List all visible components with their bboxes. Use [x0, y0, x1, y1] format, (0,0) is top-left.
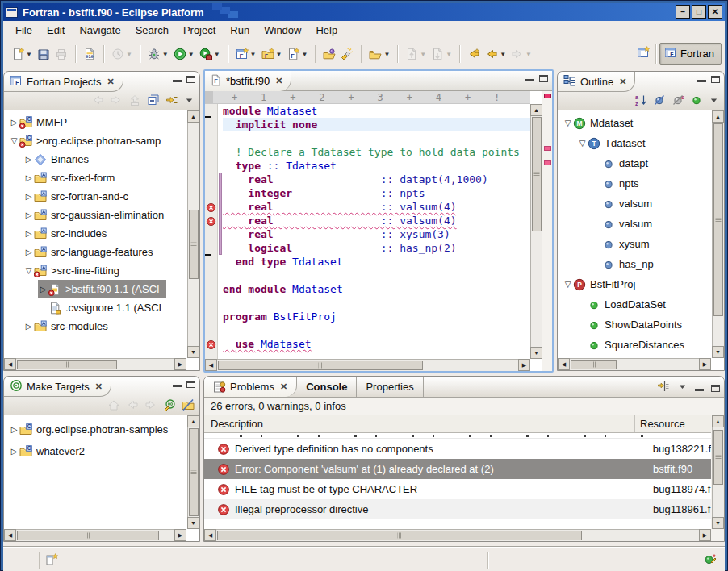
code-line[interactable]: real :: datapt(4,1000)	[223, 173, 530, 186]
code-text[interactable]: module Mdataset implicit none ! Declare …	[223, 104, 530, 359]
tree-item-cvsignore-1-1-asci[interactable]: .cvsignore 1.1 (ASCI	[4, 298, 186, 317]
tree-item-showdatapoints[interactable]: ShowDataPoints	[558, 315, 711, 335]
expanded-arrow-icon[interactable]: ▽	[9, 136, 19, 145]
open-folder-button[interactable]: ▼	[366, 45, 392, 63]
partially-scrolled-row[interactable]	[204, 433, 711, 439]
projects-vscrollbar[interactable]: ▲ ▼	[187, 110, 199, 358]
tree-item-mmfp[interactable]: ▷CMMFP	[4, 113, 186, 131]
code-line[interactable]: module Mdataset	[223, 104, 530, 118]
tree-item-npts[interactable]: npts	[558, 173, 711, 194]
tab-console[interactable]: Console	[297, 377, 357, 397]
view-menu-icon[interactable]	[184, 94, 195, 109]
filter-icon[interactable]	[657, 380, 670, 396]
expanded-arrow-icon[interactable]: ▽	[563, 280, 573, 289]
code-line[interactable]: ! Declare a Tdataset type to hold data p…	[223, 145, 530, 159]
tree-item-xysum[interactable]: xysum	[558, 234, 711, 254]
column-description[interactable]: Description	[211, 418, 263, 430]
problems-vscrollbar[interactable]: ▲ ▼	[712, 415, 724, 529]
sort-az-icon[interactable]: az	[634, 94, 647, 110]
code-line[interactable]: real :: valsum(4)	[223, 214, 530, 227]
fortran-perspective-button[interactable]: F Fortran	[659, 43, 722, 65]
menu-item-file[interactable]: File	[8, 22, 40, 39]
collapsed-arrow-icon[interactable]: ▷	[9, 447, 19, 456]
close-view-icon[interactable]: ✕	[107, 77, 114, 87]
minimize-view-button[interactable]	[697, 77, 706, 82]
nav-forward-icon[interactable]	[110, 94, 123, 110]
problem-row[interactable]: Illegal preprocessor directivebug118961.…	[204, 499, 711, 519]
tree-item-src-fixed-form[interactable]: ▷src-fixed-form	[4, 169, 186, 187]
column-divider[interactable]	[634, 415, 635, 432]
titlebar[interactable]: Fortran - bstfit.f90 - Eclipse Platform …	[3, 3, 725, 21]
new-fortran-project-button[interactable]: F▼	[233, 45, 259, 63]
nav-back-icon[interactable]	[126, 398, 139, 415]
outline-vscrollbar[interactable]: ▲ ▼	[712, 110, 724, 358]
view-menu-icon[interactable]	[677, 381, 688, 395]
code-line[interactable]	[223, 296, 530, 310]
next-annotation-button[interactable]: ▼	[429, 45, 454, 63]
tree-item-src-gaussian-elimination[interactable]: ▷src-gaussian-elimination	[4, 206, 186, 224]
menu-item-navigate[interactable]: Navigate	[72, 22, 128, 39]
close-view-icon[interactable]: ✕	[95, 381, 103, 392]
build-target-icon[interactable]	[163, 398, 176, 415]
fortran-projects-tab[interactable]: F Fortran Projects ✕	[4, 72, 123, 92]
prev-annotation-button[interactable]: ▼	[403, 45, 429, 63]
minimize-view-button[interactable]	[173, 381, 182, 387]
hide-fields-icon[interactable]	[653, 94, 666, 110]
open-perspective-button[interactable]	[634, 44, 652, 65]
tree-item-tdataset[interactable]: ▽TTdataset	[558, 133, 711, 153]
menu-item-window[interactable]: Window	[257, 22, 308, 39]
collapsed-arrow-icon[interactable]: ▷	[23, 210, 34, 219]
filter-green-icon[interactable]	[690, 94, 703, 110]
collapsed-arrow-icon[interactable]: ▷	[9, 118, 19, 127]
save-button[interactable]	[35, 45, 52, 63]
menu-item-search[interactable]: Search	[128, 22, 176, 39]
hide-private-icon[interactable]: s	[672, 94, 684, 110]
tree-item-org-eclipse-photran-samp[interactable]: ▽C>org.eclipse.photran-samp	[4, 131, 186, 150]
tree-item-src-line-fitting[interactable]: ▽>src-line-fitting	[4, 261, 186, 280]
annotation-gutter[interactable]	[205, 104, 218, 359]
tree-item-whatever2[interactable]: ▷Cwhatever2	[4, 440, 186, 462]
collapsed-arrow-icon[interactable]: ▷	[23, 192, 34, 201]
projects-hscrollbar[interactable]: ◀ ▶	[4, 358, 186, 370]
column-resource[interactable]: Resource	[640, 418, 685, 430]
tab-properties[interactable]: Properties	[357, 377, 423, 397]
new-wizard-button[interactable]: ▼	[9, 45, 35, 63]
clock-button[interactable]: ▼	[109, 45, 135, 63]
last-edit-location-button[interactable]	[465, 45, 483, 63]
collapsed-arrow-icon[interactable]: ▷	[23, 248, 34, 256]
run-external-button[interactable]: ▼	[197, 45, 223, 63]
problems-table-header[interactable]: Description Resource	[204, 415, 711, 433]
minimize-editor-button[interactable]	[525, 76, 534, 81]
tree-item-valsum[interactable]: valsum	[558, 214, 711, 234]
make-targets-tab[interactable]: Make Targets ✕	[4, 377, 111, 397]
open-element-button[interactable]	[320, 45, 338, 63]
expanded-arrow-icon[interactable]: ▽	[577, 139, 588, 148]
code-line[interactable]	[223, 269, 530, 282]
hide-folders-icon[interactable]	[182, 398, 195, 415]
close-button[interactable]: ✕	[708, 5, 722, 19]
collapse-all-icon[interactable]	[147, 94, 160, 110]
code-line[interactable]	[223, 323, 530, 337]
expanded-arrow-icon[interactable]: ▽	[563, 119, 573, 127]
statusbar-progress-icon[interactable]	[704, 552, 717, 569]
print-button[interactable]	[52, 45, 70, 63]
code-line[interactable]: real :: valsum(4)	[223, 200, 530, 214]
tree-item-src-includes[interactable]: ▷src-includes	[4, 224, 186, 243]
collapsed-arrow-icon[interactable]: ▷	[23, 173, 34, 182]
close-view-icon[interactable]: ✕	[280, 381, 287, 392]
binary-file-button[interactable]: 010	[81, 45, 98, 63]
collapsed-arrow-icon[interactable]: ▷	[23, 229, 34, 238]
search-flashlight-button[interactable]	[338, 45, 356, 63]
maximize-view-button[interactable]	[711, 76, 720, 83]
code-line[interactable]	[223, 131, 530, 145]
targets-vscrollbar[interactable]: ▲ ▼	[187, 415, 199, 529]
new-fortran-folder-button[interactable]: F▼	[259, 45, 285, 63]
problem-row[interactable]: Error: Component 'valsum' at (1) already…	[204, 459, 711, 479]
tree-item-loaddataset[interactable]: LoadDataSet	[558, 294, 711, 315]
maximize-view-button[interactable]	[186, 76, 195, 83]
problem-row[interactable]: Derived type definition has no component…	[204, 439, 711, 459]
code-line[interactable]: end module Mdataset	[223, 282, 530, 296]
code-line[interactable]: integer :: npts	[223, 186, 530, 200]
editor-tab-bstfit[interactable]: F *bstfit.f90 ✕	[205, 71, 291, 91]
minimize-button[interactable]: –	[676, 5, 690, 19]
